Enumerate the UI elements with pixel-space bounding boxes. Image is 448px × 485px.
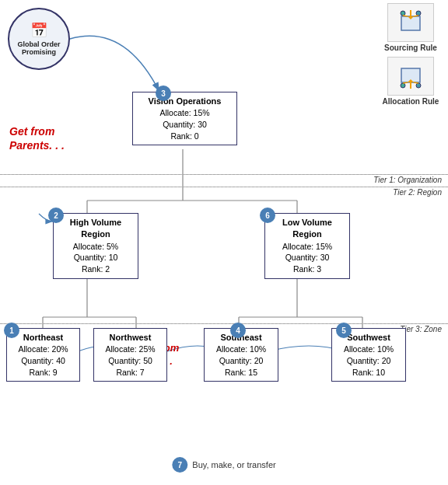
nw-title: Northwest: [99, 332, 162, 344]
hv-allocate: Allocate: 5%: [58, 241, 133, 253]
sw-allocate: Allocate: 10%: [337, 344, 401, 355]
allocation-rule-legend: Allocation Rule: [380, 57, 442, 106]
allocation-rule-label: Allocation Rule: [383, 97, 439, 106]
ne-title: Northeast: [12, 332, 75, 344]
tier1-line: [0, 174, 448, 175]
ne-quantity: Quantity: 40: [12, 355, 75, 367]
sw-rank: Rank: 10: [337, 367, 401, 379]
nw-quantity: Quantity: 50: [99, 355, 162, 367]
se-rank: Rank: 15: [209, 367, 273, 379]
buy-make-transfer-label: Buy, make, or transfer: [192, 460, 275, 469]
se-quantity: Quantity: 20: [209, 355, 273, 367]
svg-point-21: [416, 11, 421, 16]
svg-point-27: [401, 83, 405, 88]
lv-quantity: Quantity: 30: [270, 252, 345, 263]
vision-title: Vision Operations: [138, 96, 232, 107]
hv-quantity: Quantity: 10: [58, 252, 133, 263]
se-badge: 4: [230, 323, 246, 338]
sourcing-rule-label: Sourcing Rule: [384, 44, 437, 52]
buy-badge: 7: [172, 457, 187, 473]
svg-line-22: [403, 16, 408, 16]
hv-title: High Volume Region: [58, 217, 133, 241]
low-volume-node: Low Volume Region Allocate: 15% Quantity…: [264, 213, 350, 279]
tier2-line: [0, 187, 448, 187]
svg-point-20: [401, 11, 405, 16]
svg-line-23: [414, 16, 418, 16]
legend-area: Sourcing Rule Allocation Rule: [380, 3, 442, 106]
svg-point-28: [416, 83, 421, 88]
vision-badge: 3: [156, 85, 171, 101]
tier2-label: Tier 2: Region: [393, 188, 442, 197]
hv-rank: Rank: 2: [58, 263, 133, 275]
tier3-label: Tier 3: Zone: [400, 325, 442, 333]
gop-icon: 📅: [30, 22, 47, 39]
ne-allocate: Allocate: 20%: [12, 344, 75, 355]
lv-rank: Rank: 3: [270, 263, 345, 275]
sourcing-rule-icon-box: [387, 3, 434, 42]
lv-allocate: Allocate: 15%: [270, 241, 345, 253]
svg-line-29: [403, 82, 408, 83]
buy-make-transfer-row: 7 Buy, make, or transfer: [172, 457, 275, 473]
vision-allocate: Allocate: 15%: [138, 107, 232, 119]
northeast-node: Northeast Allocate: 20% Quantity: 40 Ran…: [6, 328, 80, 382]
se-allocate: Allocate: 10%: [209, 344, 273, 355]
hv-badge: 2: [48, 208, 64, 223]
vision-rank: Rank: 0: [138, 131, 232, 142]
ne-rank: Rank: 9: [12, 367, 75, 379]
nw-allocate: Allocate: 25%: [99, 344, 162, 355]
tier3-line: [0, 323, 448, 324]
high-volume-node: High Volume Region Allocate: 5% Quantity…: [53, 213, 138, 279]
sourcing-rule-legend: Sourcing Rule: [380, 3, 442, 52]
nw-rank: Rank: 7: [99, 367, 162, 379]
sw-quantity: Quantity: 20: [337, 355, 401, 367]
northwest-node: Northwest Allocate: 25% Quantity: 50 Ran…: [93, 328, 167, 382]
tier1-label: Tier 1: Organization: [373, 176, 442, 184]
vision-quantity: Quantity: 30: [138, 119, 232, 131]
gop-circle: 📅 Global Order Promising: [8, 8, 70, 70]
lv-badge: 6: [260, 208, 275, 223]
ne-badge: 1: [4, 323, 19, 338]
get-from-parents-text: Get fromParents. . .: [9, 124, 65, 152]
allocation-rule-icon-box: [387, 57, 434, 96]
svg-line-30: [414, 82, 418, 83]
lv-title: Low Volume Region: [270, 217, 345, 241]
gop-title: Global Order Promising: [9, 40, 68, 56]
vision-operations-node: Vision Operations Allocate: 15% Quantity…: [132, 92, 237, 145]
sw-badge: 5: [336, 323, 352, 338]
